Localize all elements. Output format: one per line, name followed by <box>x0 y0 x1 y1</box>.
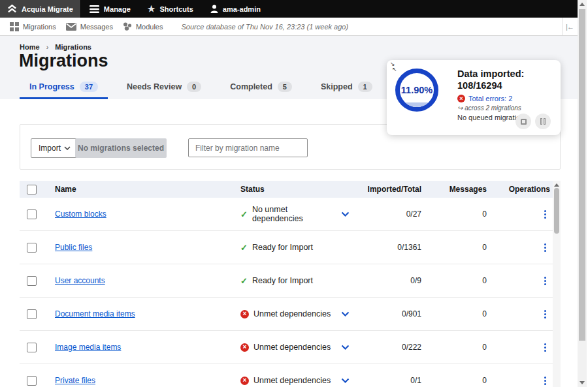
chevron-down-icon[interactable] <box>341 345 350 350</box>
imported-total-value: 0/222 <box>358 343 421 352</box>
toolbar-item-migrations[interactable]: Migrations <box>10 22 56 31</box>
table-scrollbar-thumb[interactable] <box>554 188 559 234</box>
pause-icon <box>540 118 546 125</box>
migrations-table: Name Status Imported/Total Messages Oper… <box>20 181 561 387</box>
table-row: Custom blocks ✓ No unmet dependencies 0/… <box>20 198 561 231</box>
total-errors-link[interactable]: × Total errors: 2 <box>457 95 555 102</box>
migration-name-link[interactable]: Document media items <box>55 309 135 318</box>
status-cell: × Unmet dependencies <box>240 309 332 318</box>
tab[interactable]: In Progress 37 <box>20 76 108 99</box>
messages-count: 0 <box>421 343 487 352</box>
error-icon: × <box>457 95 465 102</box>
tab[interactable]: Skipped 1 <box>311 76 382 99</box>
filter-migration-input[interactable] <box>188 138 308 157</box>
migration-name-link[interactable]: User accounts <box>55 276 105 285</box>
imported-total-value: 0/9 <box>358 276 421 285</box>
data-imported-title: Data imported: 108/16294 <box>457 68 555 91</box>
migration-name-link[interactable]: Public files <box>55 243 92 252</box>
chevron-down-icon[interactable] <box>341 378 350 383</box>
messages-count: 0 <box>421 376 487 385</box>
tab-count-badge: 37 <box>80 82 98 92</box>
table-row: Private files × Unmet dependencies 0/1 0 <box>20 364 561 387</box>
operations-menu-icon[interactable] <box>540 208 550 221</box>
migrate-toolbar: Migrations Messages Modules Source datab… <box>0 18 578 36</box>
manage-menu-button[interactable]: Manage <box>81 0 139 18</box>
page-scrollbar[interactable] <box>578 0 587 387</box>
pause-import-button[interactable] <box>535 114 551 129</box>
status-text: No unmet dependencies <box>252 205 332 223</box>
stop-import-button[interactable] <box>515 114 531 129</box>
source-database-note: Source database of Thu Nov 16, 23:23 (1 … <box>181 23 348 31</box>
imported-total-value: 0/901 <box>358 309 421 318</box>
chevron-down-icon[interactable] <box>341 211 350 217</box>
table-header: Name Status Imported/Total Messages Oper… <box>20 181 561 198</box>
row-checkbox[interactable] <box>27 343 37 352</box>
admin-bar: Acquia Migrate Manage ★ Shortcuts ama-ad… <box>0 0 578 18</box>
import-progress-card: ↘↖ 11.90% Data imported: 108/16294 × Tot… <box>387 60 561 135</box>
table-scrollbar[interactable] <box>553 181 561 387</box>
error-icon: × <box>240 377 249 385</box>
import-label: Import <box>39 144 61 153</box>
tab-label: In Progress <box>29 82 74 91</box>
progress-percent: 11.90% <box>401 85 433 95</box>
migration-name-link[interactable]: Custom blocks <box>55 209 106 219</box>
grid-icon <box>10 22 19 31</box>
scroll-up-icon <box>580 3 585 6</box>
operations-menu-icon[interactable] <box>540 307 550 321</box>
user-icon <box>210 5 218 13</box>
status-text: Unmet dependencies <box>253 309 331 318</box>
row-checkbox[interactable] <box>27 276 37 286</box>
breadcrumb-home-link[interactable]: Home <box>20 43 40 51</box>
manage-label: Manage <box>104 5 131 13</box>
imported-total-value: 0/1 <box>358 376 421 385</box>
breadcrumb-separator-icon: › <box>46 43 49 51</box>
row-checkbox[interactable] <box>27 209 37 219</box>
messages-count: 0 <box>421 276 487 285</box>
no-migrations-selected-button[interactable]: No migrations selected <box>75 138 167 158</box>
table-row: Image media items × Unmet dependencies 0… <box>20 331 561 364</box>
row-checkbox[interactable] <box>27 309 37 319</box>
table-row: Public files ✓ Ready for Import 0/1361 0 <box>20 231 561 264</box>
chevron-down-icon[interactable] <box>341 311 350 317</box>
shortcuts-menu-button[interactable]: ★ Shortcuts <box>139 0 202 18</box>
user-menu-button[interactable]: ama-admin <box>202 0 269 18</box>
toolbar-modules-label: Modules <box>136 23 163 31</box>
acquia-migrate-home-button[interactable]: Acquia Migrate <box>0 0 81 18</box>
table-body: Custom blocks ✓ No unmet dependencies 0/… <box>20 198 561 387</box>
check-icon: ✓ <box>240 276 248 286</box>
tab-label: Completed <box>230 82 272 91</box>
row-checkbox[interactable] <box>27 243 37 253</box>
toolbar-messages-label: Messages <box>80 23 113 31</box>
migration-name-link[interactable]: Image media items <box>55 343 121 352</box>
operations-menu-icon[interactable] <box>540 341 550 354</box>
shortcuts-label: Shortcuts <box>159 5 193 13</box>
import-dropdown-button[interactable]: Import <box>31 138 78 158</box>
across-migrations-note: ↪ across 2 migrations <box>457 104 555 112</box>
toolbar-collapse-button[interactable]: |← <box>562 18 577 35</box>
row-checkbox[interactable] <box>27 376 37 386</box>
header-status: Status <box>240 185 332 194</box>
acquia-logo-icon <box>7 5 17 13</box>
tab[interactable]: Completed 5 <box>220 76 302 99</box>
status-text: Unmet dependencies <box>253 343 331 352</box>
operations-menu-icon[interactable] <box>540 274 550 288</box>
tab[interactable]: Needs Review 0 <box>117 76 211 99</box>
migration-name-link[interactable]: Private files <box>55 376 95 385</box>
page-title: Migrations <box>19 51 108 71</box>
toolbar-migrations-label: Migrations <box>23 23 56 31</box>
total-errors-label: Total errors: 2 <box>468 95 512 102</box>
status-text: Unmet dependencies <box>253 376 331 385</box>
toolbar-item-messages[interactable]: Messages <box>66 23 113 31</box>
collapse-card-icon[interactable]: ↘↖ <box>390 61 397 72</box>
status-text: Ready for Import <box>252 276 313 285</box>
hamburger-icon <box>90 5 99 13</box>
operations-menu-icon[interactable] <box>540 241 550 255</box>
operations-menu-icon[interactable] <box>540 374 550 387</box>
tab-count-badge: 5 <box>278 82 292 92</box>
collapse-left-icon: |← <box>566 23 574 31</box>
tab-count-badge: 0 <box>187 82 201 92</box>
username-label: ama-admin <box>223 5 261 13</box>
page-scrollbar-thumb[interactable] <box>579 9 585 341</box>
toolbar-item-modules[interactable]: Modules <box>123 22 163 31</box>
select-all-checkbox[interactable] <box>27 185 37 194</box>
